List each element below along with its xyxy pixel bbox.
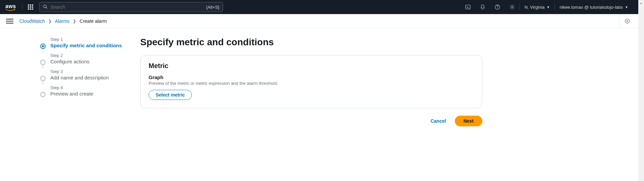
wizard-nav: Step 1 Specify metric and conditions Ste… bbox=[40, 37, 138, 126]
step-label: Step 1 bbox=[50, 37, 138, 42]
wizard-step-4[interactable]: Step 4 Preview and create bbox=[40, 85, 138, 97]
step-label: Step 2 bbox=[50, 53, 138, 58]
step-indicator bbox=[40, 92, 46, 97]
graph-heading: Graph bbox=[149, 74, 474, 80]
search-input[interactable] bbox=[50, 4, 206, 10]
region-selector[interactable]: N. Virginia ▼ bbox=[520, 0, 555, 14]
aws-logo-text: aws bbox=[5, 3, 16, 9]
step-title: Specify metric and conditions bbox=[50, 43, 138, 48]
search-icon bbox=[43, 4, 48, 10]
wizard-step-1[interactable]: Step 1 Specify metric and conditions bbox=[40, 37, 138, 48]
metric-panel: Metric Graph Preview of the metric or me… bbox=[140, 55, 482, 108]
breadcrumb-current: Create alarm bbox=[79, 18, 107, 24]
aws-logo[interactable]: aws bbox=[5, 3, 16, 11]
header-right: N. Virginia ▼ nikee.tomas @ tutorialsdoj… bbox=[461, 0, 633, 14]
wizard-step-2[interactable]: Step 2 Configure actions bbox=[40, 53, 138, 64]
page-util-icon[interactable] bbox=[619, 14, 632, 28]
cloudshell-icon[interactable] bbox=[461, 0, 475, 14]
account-selector[interactable]: nikee.tomas @ tutorialsdojo-labs ▼ bbox=[555, 0, 633, 14]
account-label: nikee.tomas @ tutorialsdojo-labs bbox=[559, 5, 623, 10]
chevron-right-icon: ❯ bbox=[48, 19, 52, 23]
wizard-footer: Cancel Next bbox=[140, 116, 482, 126]
step-indicator bbox=[40, 60, 46, 65]
side-nav-toggle[interactable] bbox=[6, 17, 13, 25]
step-label: Step 4 bbox=[50, 85, 138, 90]
svg-point-7 bbox=[627, 20, 628, 21]
page-title: Specify metric and conditions bbox=[140, 37, 482, 48]
breadcrumb-link-alarms[interactable]: Alarms bbox=[55, 18, 70, 24]
svg-rect-2 bbox=[466, 5, 470, 9]
notifications-icon[interactable] bbox=[475, 0, 490, 14]
scroll-up-icon[interactable]: ▴ bbox=[638, 0, 644, 6]
panel-title: Metric bbox=[149, 62, 474, 70]
svg-point-6 bbox=[511, 6, 513, 8]
chevron-down-icon: ▼ bbox=[625, 5, 628, 9]
browser-scrollbar[interactable]: ▴ bbox=[638, 0, 644, 181]
step-title: Configure actions bbox=[50, 59, 138, 64]
step-title: Add name and description bbox=[50, 75, 138, 80]
breadcrumb-bar: CloudWatch ❯ Alarms ❯ Create alarm bbox=[0, 14, 638, 28]
services-menu-icon[interactable] bbox=[28, 4, 33, 10]
next-button[interactable]: Next bbox=[455, 116, 482, 126]
step-indicator-active bbox=[40, 44, 46, 49]
svg-point-0 bbox=[44, 5, 46, 7]
step-label: Step 3 bbox=[50, 69, 138, 74]
settings-icon[interactable] bbox=[505, 0, 520, 14]
global-search[interactable]: [Alt+S] bbox=[39, 2, 223, 12]
svg-line-1 bbox=[46, 7, 47, 8]
graph-description: Preview of the metric or metric expressi… bbox=[149, 81, 474, 86]
breadcrumb-link-cloudwatch[interactable]: CloudWatch bbox=[19, 18, 45, 24]
global-header: aws [Alt+S] N. Virginia ▼ bbox=[0, 0, 638, 14]
search-shortcut-hint: [Alt+S] bbox=[206, 5, 219, 10]
step-indicator bbox=[40, 76, 46, 81]
help-icon[interactable] bbox=[490, 0, 505, 14]
cancel-button[interactable]: Cancel bbox=[427, 116, 449, 126]
step-title: Preview and create bbox=[50, 91, 138, 97]
breadcrumb: CloudWatch ❯ Alarms ❯ Create alarm bbox=[19, 18, 107, 24]
wizard-layout: Step 1 Specify metric and conditions Ste… bbox=[0, 28, 638, 126]
main-pane: Specify metric and conditions Metric Gra… bbox=[140, 37, 482, 126]
chevron-right-icon: ❯ bbox=[73, 19, 76, 23]
chevron-down-icon: ▼ bbox=[546, 5, 550, 9]
divider bbox=[22, 4, 22, 10]
select-metric-button[interactable]: Select metric bbox=[149, 90, 192, 100]
region-label: N. Virginia bbox=[525, 5, 545, 10]
svg-point-5 bbox=[497, 8, 497, 8]
wizard-step-3[interactable]: Step 3 Add name and description bbox=[40, 69, 138, 80]
